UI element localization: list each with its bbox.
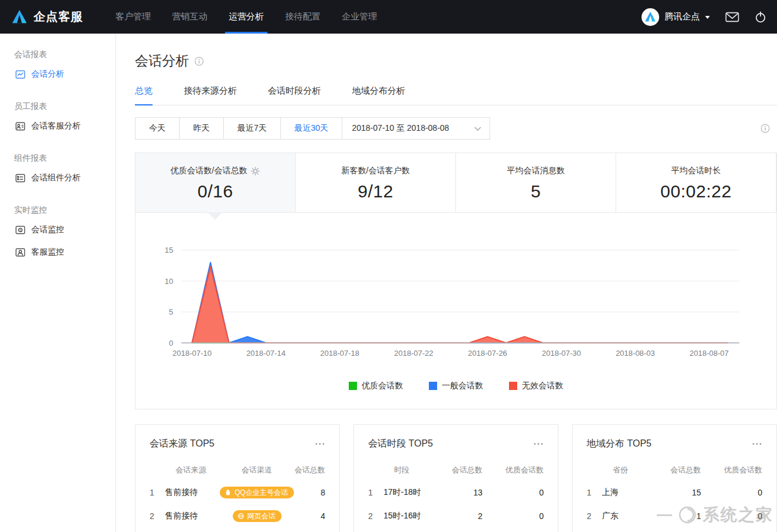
- filter-last7days-button[interactable]: 最近7天: [223, 117, 281, 140]
- app-logo[interactable]: 企点客服: [11, 8, 83, 26]
- info-icon[interactable]: [761, 124, 770, 133]
- tab-session-time[interactable]: 会话时段分析: [268, 85, 321, 104]
- channel-label: 网页会话: [247, 511, 276, 521]
- rank: 1: [587, 488, 602, 497]
- stat-card-quality-sessions[interactable]: 优质会话数/会话总数 0/16: [135, 153, 296, 212]
- rank: 2: [368, 511, 383, 521]
- sidebar-item-session-analysis[interactable]: 会话分析: [0, 63, 115, 85]
- sidebar-section-staff-reports: 员工报表: [14, 101, 115, 112]
- legend-swatch: [349, 382, 357, 390]
- sidebar-section-realtime-monitor: 实时监控: [14, 205, 115, 216]
- column-header: 会话总数: [295, 465, 325, 475]
- legend-item[interactable]: 一般会话数: [429, 381, 483, 391]
- time-slot: 15时-16时: [383, 511, 432, 521]
- sidebar-item-label: 会话分析: [31, 69, 64, 80]
- quality-sessions: 0: [758, 511, 762, 521]
- sidebar-item-label: 会话客服分析: [31, 121, 81, 131]
- card-region-top5: 地域分布 TOP5 省份 会话总数 优质会话数 1 上海 15 0 2 广东 1: [572, 424, 777, 532]
- avatar: [642, 8, 659, 26]
- nav-customer-management[interactable]: 客户管理: [114, 0, 153, 34]
- topbar-right: 腾讯企点: [642, 8, 777, 26]
- province: 上海: [602, 487, 650, 498]
- rank: 2: [150, 511, 165, 521]
- source-name: 售前接待: [165, 487, 219, 498]
- nav-enterprise-management[interactable]: 企业管理: [340, 0, 379, 34]
- svg-text:2018-08-07: 2018-08-07: [690, 349, 729, 358]
- more-menu-icon[interactable]: [533, 442, 544, 445]
- legend-item[interactable]: 无效会话数: [509, 381, 563, 391]
- province: 广东: [602, 511, 650, 521]
- channel-badge: 网页会话: [233, 510, 282, 522]
- chart-line-icon: [15, 70, 25, 80]
- legend-item[interactable]: 优质会话数: [349, 381, 403, 391]
- quality-sessions: 0: [758, 488, 762, 497]
- sidebar-item-component-analysis[interactable]: 会话组件分析: [0, 167, 115, 189]
- svg-text:2018-07-22: 2018-07-22: [394, 349, 434, 358]
- overview-panel: 优质会话数/会话总数 0/16 新客数/会话客户数 9/12 平均会话消息数: [135, 153, 777, 409]
- stat-card-new-customers[interactable]: 新客数/会话客户数 9/12: [296, 153, 456, 212]
- page-title: 会话分析: [135, 52, 189, 70]
- nav-operations-analysis[interactable]: 运营分析: [227, 0, 266, 34]
- session-monitor-icon: [15, 225, 25, 235]
- legend-label: 一般会话数: [442, 381, 483, 391]
- analysis-tabs: 总览 接待来源分析 会话时段分析 地域分布分析: [135, 85, 777, 105]
- stat-label: 平均会话时长: [672, 166, 721, 176]
- qq-icon: [224, 489, 232, 496]
- total-sessions: 1: [696, 511, 701, 521]
- channel-badge: QQ企业主号会话: [220, 487, 294, 498]
- stat-card-avg-duration[interactable]: 平均会话时长 00:02:22: [616, 153, 776, 212]
- nav-reception-config[interactable]: 接待配置: [283, 0, 322, 34]
- account-menu[interactable]: 腾讯企点: [642, 8, 710, 26]
- gear-icon[interactable]: [251, 167, 260, 176]
- table-header: 时段 会话总数 优质会话数: [368, 460, 544, 481]
- logout-icon[interactable]: [755, 11, 766, 23]
- date-range-picker[interactable]: 2018-07-10 至 2018-08-08: [342, 117, 490, 140]
- date-range-value: 2018-07-10 至 2018-08-08: [352, 123, 449, 134]
- column-header: 会话总数: [670, 465, 701, 475]
- filter-today-button[interactable]: 今天: [135, 117, 180, 140]
- mail-icon[interactable]: [725, 12, 739, 22]
- sidebar-section-session-reports: 会话报表: [14, 49, 115, 60]
- more-menu-icon[interactable]: [315, 442, 325, 445]
- sidebar-item-agent-monitor[interactable]: 客服监控: [0, 241, 115, 263]
- sidebar-item-agent-analysis[interactable]: 会话客服分析: [0, 115, 115, 137]
- logo-icon: [11, 8, 28, 26]
- sidebar-item-label: 客服监控: [31, 247, 64, 257]
- quality-sessions: 0: [539, 488, 544, 497]
- stat-label: 优质会话数/会话总数: [171, 166, 247, 176]
- sidebar-item-session-monitor[interactable]: 会话监控: [0, 219, 115, 241]
- filter-last30days-button[interactable]: 最近30天: [280, 117, 343, 140]
- sidebar-item-label: 会话组件分析: [31, 173, 81, 183]
- table-row: 1 上海 15 0: [587, 481, 762, 504]
- tab-region-distribution[interactable]: 地域分布分析: [352, 85, 405, 104]
- chevron-down-icon: [474, 127, 481, 131]
- top5-cards-row: 会话来源 TOP5 会话来源 会话渠道 会话总数 1 售前接待 QQ企业主号会话: [135, 424, 777, 532]
- web-icon: [237, 513, 244, 520]
- sidebar: 会话报表 会话分析 员工报表 会话客服分析 组件报表 会话组件分析 实时监控 会…: [0, 34, 116, 532]
- filter-yesterday-button[interactable]: 昨天: [179, 117, 224, 140]
- stats-row: 优质会话数/会话总数 0/16 新客数/会话客户数 9/12 平均会话消息数: [135, 153, 776, 213]
- chart-area: 0510152018-07-102018-07-142018-07-182018…: [135, 213, 776, 391]
- stat-value: 00:02:22: [616, 181, 776, 201]
- rank: 1: [368, 488, 383, 497]
- column-header: 省份: [602, 465, 650, 475]
- tab-overview[interactable]: 总览: [135, 85, 153, 105]
- nav-marketing-interaction[interactable]: 营销互动: [170, 0, 209, 34]
- agent-card-icon: [15, 121, 25, 131]
- source-name: 售前接待: [165, 511, 219, 521]
- legend-label: 优质会话数: [362, 381, 403, 391]
- svg-text:15: 15: [165, 246, 173, 255]
- column-header: 会话来源: [165, 465, 219, 475]
- legend-swatch: [509, 382, 517, 390]
- svg-text:0: 0: [169, 339, 173, 348]
- svg-text:2018-08-03: 2018-08-03: [616, 349, 655, 358]
- card-title: 地域分布 TOP5: [587, 438, 652, 450]
- stat-card-avg-messages[interactable]: 平均会话消息数 5: [456, 153, 616, 212]
- info-icon[interactable]: [194, 57, 204, 66]
- tab-reception-source[interactable]: 接待来源分析: [184, 85, 237, 104]
- table-row: 2 广东 1 0: [587, 504, 762, 528]
- more-menu-icon[interactable]: [752, 442, 762, 445]
- chart-legend: 优质会话数一般会话数无效会话数: [135, 381, 776, 391]
- total-sessions: 8: [320, 488, 325, 497]
- active-card-pointer: [207, 212, 223, 220]
